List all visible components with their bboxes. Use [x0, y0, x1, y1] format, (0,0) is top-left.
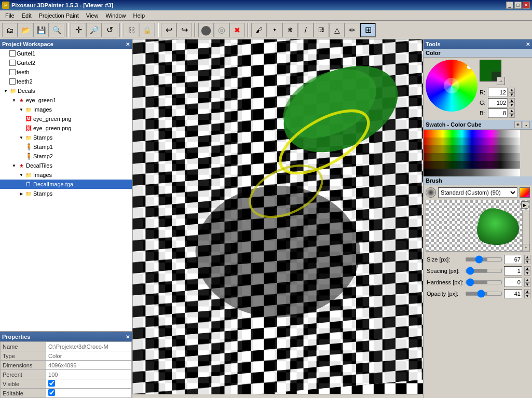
toolbar-open[interactable]: 📂: [18, 23, 33, 37]
tree-item-images2[interactable]: ▼ 📁 Images: [0, 170, 132, 180]
hardness-down[interactable]: ▼: [524, 282, 530, 287]
spacing-up[interactable]: ▲: [524, 266, 530, 271]
prop-value-visible[interactable]: [46, 379, 132, 389]
toolbar-zoom[interactable]: 🔎: [86, 23, 102, 37]
g-down[interactable]: ▼: [509, 103, 515, 107]
maximize-button[interactable]: □: [514, 2, 522, 9]
tree-item-stamp1[interactable]: 🧍 Stamp1: [0, 142, 132, 152]
toolbar-search[interactable]: 🔍: [49, 23, 64, 37]
color-wheel-container[interactable]: [426, 60, 478, 112]
project-tree[interactable]: Gurtel1 Gurtel2 teeth teeth2: [0, 49, 132, 332]
toggle-teeth2[interactable]: [2, 78, 9, 85]
toolbar-undo[interactable]: ↩: [161, 23, 176, 37]
size-slider[interactable]: [466, 257, 502, 262]
b-spinner[interactable]: ▲ ▼: [509, 108, 515, 118]
toolbar-save[interactable]: 💾: [33, 23, 49, 37]
check-teeth[interactable]: [9, 69, 16, 75]
menu-view[interactable]: View: [83, 11, 102, 20]
check-gurtel1[interactable]: [9, 50, 16, 57]
hardness-up[interactable]: ▲: [524, 278, 530, 282]
toggle-images2[interactable]: ▼: [18, 171, 25, 179]
tree-item-teeth[interactable]: teeth: [0, 67, 132, 77]
project-workspace-close[interactable]: ✕: [126, 42, 130, 47]
g-up[interactable]: ▲: [509, 98, 515, 103]
brush-color-picker[interactable]: [520, 187, 530, 198]
tree-item-decals[interactable]: ▼ 📁 Decals: [0, 86, 132, 95]
size-up[interactable]: ▲: [524, 255, 530, 259]
swatch-scrollbar[interactable]: [525, 130, 532, 176]
brush-preview-play[interactable]: ▶: [521, 201, 528, 209]
toggle-eye-green1[interactable]: ▼: [10, 97, 18, 104]
size-input[interactable]: [504, 255, 522, 264]
hardness-input[interactable]: [504, 278, 522, 287]
swatch-add-btn[interactable]: +: [514, 121, 522, 128]
check-teeth2[interactable]: [9, 78, 16, 85]
swatch-remove-btn[interactable]: -: [523, 121, 530, 128]
spacing-input[interactable]: [504, 266, 522, 276]
r-down[interactable]: ▼: [509, 92, 515, 97]
hardness-slider[interactable]: [466, 280, 502, 284]
tree-item-stamps1[interactable]: ▼ 📁 Stamps: [0, 133, 132, 142]
r-up[interactable]: ▲: [509, 88, 515, 92]
main-color-swatch[interactable]: ↔: [480, 60, 501, 81]
brush-preview-btn1[interactable]: +: [522, 244, 529, 251]
toggle-decaltiles[interactable]: ▼: [10, 162, 18, 169]
size-down[interactable]: ▼: [524, 259, 530, 264]
tree-item-teeth2[interactable]: teeth2: [0, 77, 132, 86]
toolbar-grid[interactable]: ⊞: [360, 23, 376, 37]
tree-item-images1[interactable]: ▼ 📁 Images: [0, 105, 132, 114]
toggle-gurtel2[interactable]: [2, 59, 9, 66]
toolbar-move[interactable]: ✛: [71, 23, 86, 37]
check-gurtel2[interactable]: [9, 60, 16, 66]
toggle-stamps2[interactable]: ▶: [18, 190, 25, 197]
close-button[interactable]: ✕: [523, 2, 530, 9]
window-controls[interactable]: _ □ ✕: [506, 2, 530, 9]
tree-item-gurtel1[interactable]: Gurtel1: [0, 49, 132, 58]
menu-edit[interactable]: Edit: [19, 11, 35, 20]
b-up[interactable]: ▲: [509, 108, 515, 113]
menu-projection-paint[interactable]: Projection Paint: [36, 11, 82, 20]
b-input[interactable]: [488, 108, 508, 118]
g-spinner[interactable]: ▲ ▼: [509, 98, 515, 107]
toggle-stamps1[interactable]: ▼: [18, 134, 25, 141]
tree-item-stamps2[interactable]: ▶ 📁 Stamps: [0, 189, 132, 198]
toolbar-line[interactable]: /: [298, 23, 313, 37]
toolbar-shape[interactable]: △: [329, 23, 345, 37]
tree-item-stamp2[interactable]: 🧍 Stamp2: [0, 152, 132, 161]
r-spinner[interactable]: ▲ ▼: [509, 88, 515, 97]
toolbar-stop[interactable]: ✖: [229, 23, 245, 37]
toolbar-link[interactable]: ⛓: [124, 23, 139, 37]
r-input[interactable]: [488, 88, 508, 97]
menu-window[interactable]: Window: [102, 11, 129, 20]
toolbar-sphere2[interactable]: ◎: [214, 23, 229, 37]
tree-item-eye-green-png1[interactable]: 🖼 eye_green.png: [0, 114, 132, 123]
opacity-down[interactable]: ▼: [524, 294, 530, 298]
toggle-teeth[interactable]: [2, 68, 9, 76]
tree-item-gurtel2[interactable]: Gurtel2: [0, 58, 132, 67]
toolbar-eraser[interactable]: ✦: [267, 23, 282, 37]
toolbar-pencil[interactable]: ✏: [345, 23, 360, 37]
checkbox-visible[interactable]: [48, 380, 55, 387]
color-wheel[interactable]: [426, 60, 478, 112]
properties-close[interactable]: ✕: [126, 334, 130, 340]
menu-file[interactable]: File: [2, 11, 18, 20]
toggle-images1[interactable]: ▼: [18, 106, 25, 113]
toolbar-clone[interactable]: ❋: [282, 23, 298, 37]
toolbar-project[interactable]: 🗂: [2, 23, 18, 37]
tools-close[interactable]: ✕: [526, 42, 530, 47]
toolbar-brush[interactable]: 🖌: [251, 23, 267, 37]
tree-item-decaltiles[interactable]: ▼ ★ DecalTiles: [0, 161, 132, 170]
menu-help[interactable]: Help: [130, 11, 148, 20]
tree-item-eye-green1[interactable]: ▼ ★ eye_green1: [0, 95, 132, 105]
minimize-button[interactable]: _: [506, 2, 513, 9]
tree-item-eye-green-png2[interactable]: 🖼 eye_green.png: [0, 123, 132, 133]
spacing-slider[interactable]: [466, 269, 502, 273]
b-down[interactable]: ▼: [509, 113, 515, 118]
prop-value-editable[interactable]: [46, 389, 132, 398]
toolbar-redo[interactable]: ↪: [176, 23, 192, 37]
toolbar-lock[interactable]: 🔒: [139, 23, 155, 37]
viewer-panel[interactable]: [132, 39, 423, 398]
spacing-down[interactable]: ▼: [524, 271, 530, 276]
tree-item-decalimage[interactable]: 🗒 DecalImage.tga: [0, 180, 132, 189]
toolbar-save2[interactable]: 🖫: [313, 23, 329, 37]
